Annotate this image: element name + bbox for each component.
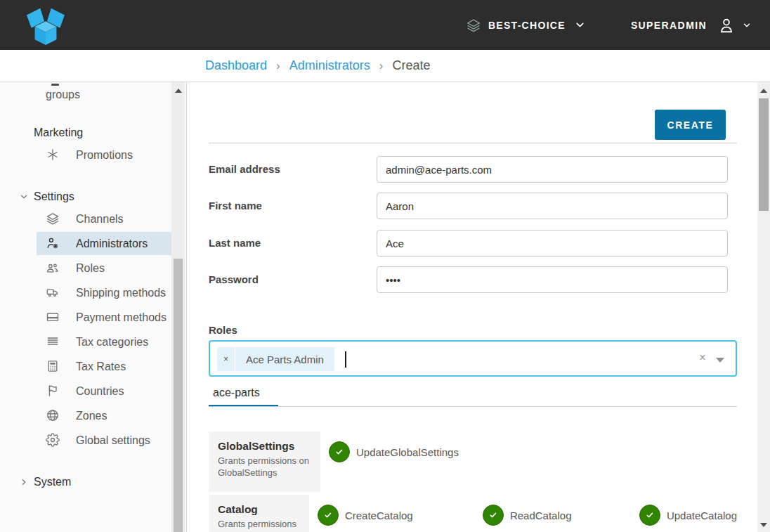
main-scrollbar-thumb[interactable]: [759, 98, 769, 211]
permission-toggle-updateglobalsettings[interactable]: [329, 441, 350, 462]
scroll-up-arrow-icon[interactable]: [760, 89, 767, 93]
payment-icon: [46, 310, 60, 324]
permission-group-cell: CatalogGrants permissions on Products, F…: [209, 495, 309, 532]
last-name-label: Last name: [209, 237, 261, 249]
permission-group-description: Grants permissions on GlobalSettings: [218, 455, 315, 479]
form-row-password: Password: [209, 266, 737, 293]
user-label: SUPERADMIN: [631, 20, 707, 31]
sidebar-section-label: System: [34, 476, 71, 488]
breadcrumb-link-administrators[interactable]: Administrators: [289, 58, 370, 73]
permission-group-description: Grants permissions on Products, Facets: [218, 518, 304, 532]
chevron-down-icon: [742, 20, 752, 30]
permissions-table: GlobalSettingsGrants permissions on Glob…: [209, 432, 737, 532]
permission-name: UpdateCatalog: [667, 510, 737, 521]
sidebar-scrollbar[interactable]: [171, 82, 185, 532]
sidebar-item-global-settings[interactable]: Global settings: [37, 429, 173, 452]
permission-item-updateglobalsettings: UpdateGlobalSettings: [329, 441, 494, 462]
breadcrumb-link-dashboard[interactable]: Dashboard: [205, 58, 267, 73]
chevron-down-icon[interactable]: [716, 358, 724, 363]
breadcrumb-separator: ›: [379, 59, 384, 73]
top-bar: BEST-CHOICE SUPERADMIN: [0, 0, 770, 50]
roles-label: Roles: [209, 324, 237, 336]
chevron-right-icon: [20, 478, 28, 486]
channel-switcher[interactable]: BEST-CHOICE: [466, 18, 586, 33]
permission-item-readcatalog: ReadCatalog: [483, 505, 639, 526]
sidebar-item-payment-methods[interactable]: Payment methods: [37, 306, 173, 329]
sidebar-section-label: Marketing: [34, 126, 83, 139]
form-row-last-name: Last name: [209, 230, 737, 257]
roles-select[interactable]: ×Ace Parts Admin ×: [209, 340, 737, 377]
sidebar-item-customer-groups-clipped[interactable]: groups: [46, 87, 186, 103]
check-icon: [645, 510, 655, 520]
email-address-label: Email address: [209, 163, 280, 175]
shipping-icon: [46, 285, 60, 299]
promotions-icon: [46, 148, 60, 162]
permission-name: UpdateGlobalSettings: [356, 446, 459, 458]
sidebar-item-tax-rates[interactable]: Tax Rates: [37, 355, 173, 378]
email-address-field[interactable]: [377, 156, 728, 183]
sidebar-section-system[interactable]: System: [20, 476, 186, 488]
scroll-down-arrow-icon[interactable]: [760, 523, 767, 527]
tax-rates-icon: [46, 359, 60, 373]
channel-label: BEST-CHOICE: [488, 20, 566, 31]
permission-group-title: Catalog: [218, 503, 304, 516]
content-area: groups MarketingPromotionsSettingsChanne…: [0, 82, 770, 532]
password-field[interactable]: [377, 266, 728, 293]
create-button[interactable]: CREATE: [655, 110, 726, 140]
administrators-icon: [46, 236, 60, 250]
breadcrumb: Dashboard › Administrators › Create: [0, 50, 770, 82]
main-scrollbar[interactable]: [757, 82, 770, 532]
chip-remove-icon[interactable]: ×: [217, 347, 235, 371]
sidebar-item-channels[interactable]: Channels: [37, 207, 173, 231]
permission-toggle-updatecatalog[interactable]: [639, 505, 660, 526]
sidebar-item-zones[interactable]: Zones: [37, 404, 173, 427]
sidebar-item-shipping-methods[interactable]: Shipping methods: [37, 281, 173, 304]
sidebar-item-countries[interactable]: Countries: [37, 379, 173, 403]
permission-toggles-cell: CreateCatalogReadCatalogUpdateCatalog: [309, 495, 737, 532]
chevron-down-icon: [574, 19, 586, 31]
sidebar-item-administrators[interactable]: Administrators: [37, 232, 173, 255]
user-icon: [717, 16, 736, 34]
breadcrumb-current: Create: [392, 58, 430, 73]
last-name-field[interactable]: [377, 230, 728, 257]
clear-selection-icon[interactable]: ×: [699, 351, 706, 365]
check-icon: [323, 510, 333, 520]
role-chip-ace-parts-admin: ×Ace Parts Admin: [217, 347, 334, 371]
zones-icon: [46, 408, 60, 422]
permission-item-updatecatalog: UpdateCatalog: [639, 505, 737, 526]
form-row-first-name: First name: [209, 193, 737, 219]
roles-icon: [46, 261, 60, 275]
permission-item-createcatalog: CreateCatalog: [318, 505, 483, 526]
sidebar-item-tax-categories[interactable]: Tax categories: [37, 330, 173, 353]
divider: [209, 143, 737, 143]
app-logo-icon[interactable]: [20, 5, 72, 46]
form-row-email-address: Email address: [209, 156, 737, 183]
check-icon: [488, 510, 498, 520]
first-name-field[interactable]: [377, 193, 728, 219]
sidebar-scrollbar-thumb[interactable]: [174, 259, 183, 532]
tab-ace-parts[interactable]: ace-parts: [213, 387, 260, 399]
sidebar-section-settings[interactable]: Settings: [20, 190, 186, 203]
permission-group-title: GlobalSettings: [218, 440, 315, 453]
permission-row-globalsettings: GlobalSettingsGrants permissions on Glob…: [209, 432, 737, 492]
text-cursor: [345, 351, 346, 368]
topbar-right: BEST-CHOICE SUPERADMIN: [466, 16, 752, 34]
sidebar-item-roles[interactable]: Roles: [37, 257, 173, 280]
main-panel: CREATE Email addressFirst nameLast nameP…: [188, 82, 757, 532]
permission-toggle-readcatalog[interactable]: [483, 505, 504, 526]
breadcrumb-separator: ›: [276, 59, 280, 73]
sidebar-section-marketing: Marketing: [34, 126, 186, 139]
check-icon: [334, 447, 344, 457]
layers-icon: [466, 18, 481, 33]
countries-icon: [46, 384, 60, 398]
sidebar: groups MarketingPromotionsSettingsChanne…: [0, 82, 187, 532]
sidebar-item-promotions[interactable]: Promotions: [37, 143, 173, 167]
channels-icon: [46, 212, 60, 226]
scroll-up-arrow-icon[interactable]: [175, 89, 182, 93]
permission-toggle-createcatalog[interactable]: [318, 505, 339, 526]
permission-name: CreateCatalog: [345, 510, 413, 521]
user-menu[interactable]: SUPERADMIN: [631, 16, 752, 34]
tax-categories-icon: [46, 335, 60, 349]
password-label: Password: [209, 273, 259, 285]
chevron-down-icon: [20, 193, 28, 201]
